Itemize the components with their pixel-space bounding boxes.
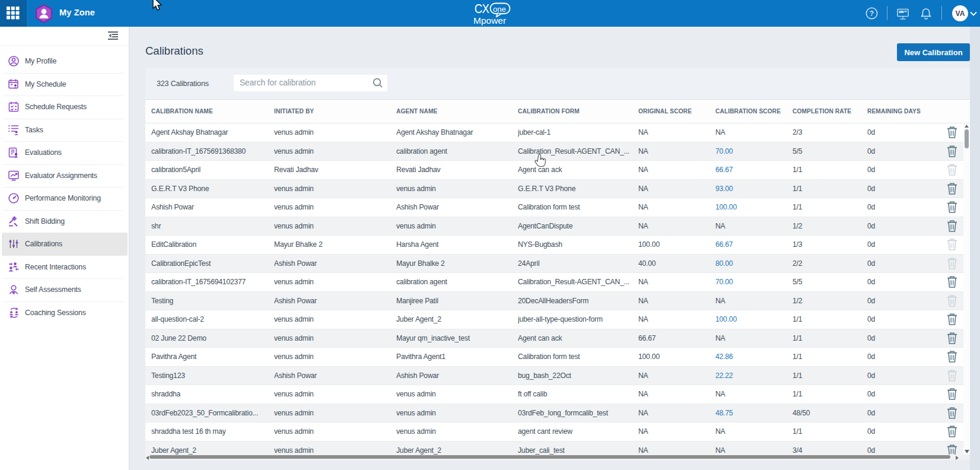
svg-text:Mpower: Mpower bbox=[473, 15, 506, 26]
svg-text:one: one bbox=[493, 5, 506, 14]
svg-text:?: ? bbox=[870, 9, 874, 18]
svg-text:CX: CX bbox=[475, 2, 489, 16]
